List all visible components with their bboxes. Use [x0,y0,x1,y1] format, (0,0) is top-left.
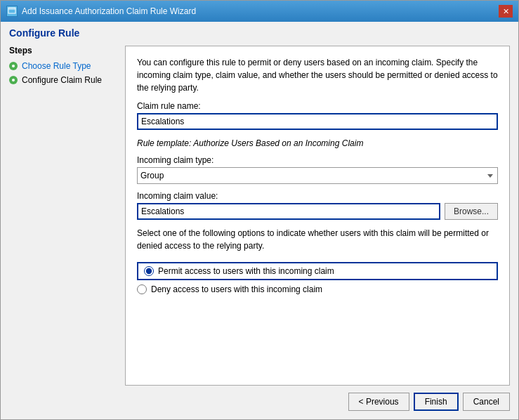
incoming-claim-type-select[interactable]: Group E-Mail Address Name UPN Role [137,167,498,184]
wizard-icon [6,6,18,17]
svg-rect-1 [8,8,15,10]
deny-label: Deny access to users with this incoming … [151,284,322,294]
sidebar-item-configure-claim-rule[interactable]: Configure Claim Rule [9,75,118,85]
close-button[interactable]: ✕ [499,5,513,18]
window-body: Configure Rule Steps Choose Rule Type Co… [1,22,518,419]
cancel-button[interactable]: Cancel [463,393,510,411]
rule-template-text: Rule template: Authorize Users Based on … [137,138,498,148]
content-area: Steps Choose Rule Type Configure Claim R… [9,46,510,386]
claim-rule-name-group: Claim rule name: [137,101,498,130]
step-dot-choose [9,62,18,70]
permit-label: Permit access to users with this incomin… [158,266,334,276]
step-label-choose: Choose Rule Type [22,61,91,71]
page-title: Configure Rule [9,27,510,39]
finish-button[interactable]: Finish [414,393,459,411]
deny-option-row: Deny access to users with this incoming … [137,284,498,294]
previous-button[interactable]: < Previous [348,393,409,411]
incoming-claim-value-input[interactable] [137,203,440,220]
permit-radio[interactable] [144,266,154,276]
sidebar-title: Steps [9,46,118,55]
sidebar: Steps Choose Rule Type Configure Claim R… [9,46,125,386]
browse-button[interactable]: Browse... [445,203,498,220]
description-text: You can configure this rule to permit or… [137,56,498,94]
permit-option-row: Permit access to users with this incomin… [137,262,498,280]
sidebar-item-choose-rule-type[interactable]: Choose Rule Type [9,61,118,71]
options-description: Select one of the following options to i… [137,227,498,252]
title-bar-left: Add Issuance Authorization Claim Rule Wi… [6,6,196,17]
incoming-claim-type-group: Incoming claim type: Group E-Mail Addres… [137,155,498,184]
deny-radio[interactable] [137,284,147,294]
radio-group: Permit access to users with this incomin… [137,262,498,294]
claim-rule-name-input[interactable] [137,113,498,130]
incoming-claim-value-group: Incoming claim value: Browse... [137,191,498,220]
footer: < Previous Finish Cancel [9,386,510,411]
browse-row: Browse... [137,203,498,220]
claim-rule-name-label: Claim rule name: [137,101,498,111]
step-dot-configure [9,76,18,84]
step-label-configure: Configure Claim Rule [22,75,102,85]
wizard-window: Add Issuance Authorization Claim Rule Wi… [0,0,519,420]
incoming-claim-type-label: Incoming claim type: [137,155,498,165]
incoming-claim-value-label: Incoming claim value: [137,191,498,201]
title-bar: Add Issuance Authorization Claim Rule Wi… [1,1,518,22]
window-title: Add Issuance Authorization Claim Rule Wi… [22,6,196,16]
main-panel: You can configure this rule to permit or… [125,46,510,386]
